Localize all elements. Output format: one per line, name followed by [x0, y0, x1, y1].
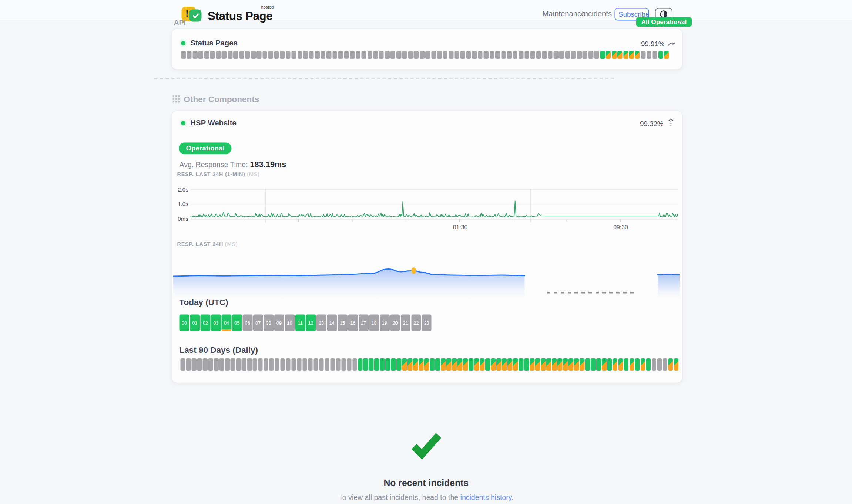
- uptime-bar-deg[interactable]: [480, 358, 484, 371]
- uptime-bar-op[interactable]: [380, 358, 385, 371]
- hour-block-22[interactable]: 22: [411, 315, 421, 331]
- uptime-bar-na[interactable]: [308, 358, 313, 371]
- uptime-bar-na[interactable]: [309, 51, 314, 59]
- uptime-bar-deg[interactable]: [496, 358, 501, 371]
- uptime-bar-deg[interactable]: [413, 358, 418, 371]
- uptime-bar-deg[interactable]: [419, 358, 423, 371]
- uptime-bar-op[interactable]: [524, 358, 529, 371]
- uptime-bar-na[interactable]: [454, 51, 459, 59]
- uptime-bar-na[interactable]: [313, 358, 318, 371]
- uptime-bar-na[interactable]: [350, 51, 355, 59]
- uptime-bar-na[interactable]: [347, 358, 352, 371]
- uptime-bar-na[interactable]: [449, 51, 453, 59]
- uptime-bar-na[interactable]: [653, 51, 657, 59]
- uptime-bar-na[interactable]: [191, 358, 196, 371]
- uptime-bar-na[interactable]: [490, 51, 494, 59]
- uptime-bar-na[interactable]: [367, 51, 372, 59]
- uptime-bar-na[interactable]: [414, 51, 419, 59]
- uptime-bar-na[interactable]: [460, 51, 465, 59]
- uptime-bar-deg[interactable]: [602, 358, 607, 371]
- uptime-bar-na[interactable]: [594, 51, 599, 59]
- uptime-bar-na[interactable]: [264, 358, 268, 371]
- uptime-bar-na[interactable]: [275, 358, 279, 371]
- uptime-bar-op[interactable]: [386, 358, 390, 371]
- incidents-history-link[interactable]: incidents history: [460, 493, 511, 502]
- uptime-bar-na[interactable]: [396, 51, 401, 59]
- uptime-bar-deg[interactable]: [557, 358, 562, 371]
- uptime-bar-deg[interactable]: [463, 358, 468, 371]
- uptime-bar-na[interactable]: [216, 51, 221, 59]
- uptime-bar-na[interactable]: [641, 51, 645, 59]
- uptime-bar-na[interactable]: [663, 358, 667, 371]
- uptime-bar-deg[interactable]: [491, 358, 496, 371]
- uptime-bar-na[interactable]: [292, 51, 296, 59]
- uptime-bar-na[interactable]: [542, 51, 547, 59]
- uptime-bar-deg[interactable]: [424, 358, 429, 371]
- uptime-bar-na[interactable]: [280, 51, 285, 59]
- uptime-bar-na[interactable]: [262, 51, 267, 59]
- uptime-bar-na[interactable]: [352, 358, 357, 371]
- uptime-bar-na[interactable]: [252, 358, 257, 371]
- uptime-bar-na[interactable]: [291, 358, 296, 371]
- uptime-bar-deg[interactable]: [546, 358, 551, 371]
- logo[interactable]: ! Status Page hosted: [182, 6, 273, 24]
- uptime-bar-na[interactable]: [225, 358, 229, 371]
- uptime-bar-na[interactable]: [519, 51, 523, 59]
- hour-block-07[interactable]: 07: [253, 315, 263, 331]
- uptime-bar-na[interactable]: [330, 358, 335, 371]
- uptime-bar-na[interactable]: [198, 51, 203, 59]
- uptime-bar-deg[interactable]: [402, 358, 407, 371]
- uptime-bar-deg[interactable]: [408, 358, 413, 371]
- uptime-bar-na[interactable]: [548, 51, 553, 59]
- hour-block-03[interactable]: 03: [211, 315, 221, 331]
- uptime-bar-op[interactable]: [363, 358, 368, 371]
- uptime-bar-na[interactable]: [286, 51, 291, 59]
- uptime-bar-na[interactable]: [559, 51, 564, 59]
- uptime-bar-na[interactable]: [230, 358, 235, 371]
- uptime-bar-na[interactable]: [181, 51, 186, 59]
- uptime-bar-op[interactable]: [485, 358, 490, 371]
- hour-block-13[interactable]: 13: [316, 315, 326, 331]
- hour-block-12[interactable]: 12: [306, 315, 316, 331]
- uptime-bar-deg[interactable]: [664, 51, 669, 59]
- uptime-bar-op[interactable]: [585, 358, 590, 371]
- uptime-bar-op[interactable]: [469, 358, 473, 371]
- uptime-bar-na[interactable]: [362, 51, 366, 59]
- hour-block-08[interactable]: 08: [264, 315, 274, 331]
- uptime-bar-na[interactable]: [431, 51, 436, 59]
- uptime-bar-na[interactable]: [326, 51, 331, 59]
- uptime-bar-na[interactable]: [302, 358, 307, 371]
- hour-block-02[interactable]: 02: [200, 315, 210, 331]
- uptime-bar-deg[interactable]: [530, 358, 534, 371]
- uptime-bar-op[interactable]: [435, 358, 440, 371]
- uptime-bar-op[interactable]: [591, 358, 596, 371]
- uptime-bar-na[interactable]: [443, 51, 448, 59]
- uptime-bar-na[interactable]: [192, 51, 197, 59]
- uptime-bar-na[interactable]: [472, 51, 477, 59]
- uptime-bar-na[interactable]: [577, 51, 581, 59]
- uptime-bar-deg[interactable]: [474, 358, 479, 371]
- uptime-bar-na[interactable]: [652, 358, 657, 371]
- uptime-bar-deg[interactable]: [613, 358, 618, 371]
- uptime-bar-na[interactable]: [236, 358, 241, 371]
- uptime-bar-deg[interactable]: [457, 358, 462, 371]
- uptime-bar-op[interactable]: [607, 358, 612, 371]
- uptime-bar-deg[interactable]: [568, 358, 573, 371]
- uptime-bar-na[interactable]: [181, 358, 185, 371]
- uptime-bar-na[interactable]: [186, 358, 191, 371]
- uptime-bar-na[interactable]: [315, 51, 320, 59]
- hour-block-10[interactable]: 10: [285, 315, 295, 331]
- uptime-bar-deg[interactable]: [452, 358, 457, 371]
- uptime-bar-op[interactable]: [375, 358, 379, 371]
- uptime-bar-na[interactable]: [303, 51, 308, 59]
- uptime-bar-na[interactable]: [426, 51, 430, 59]
- uptime-bar-deg[interactable]: [623, 51, 628, 59]
- uptime-bar-na[interactable]: [269, 358, 274, 371]
- uptime-bar-na[interactable]: [341, 358, 346, 371]
- uptime-bar-na[interactable]: [507, 51, 512, 59]
- uptime-bar-na[interactable]: [583, 51, 587, 59]
- uptime-bar-deg[interactable]: [618, 358, 623, 371]
- hour-block-15[interactable]: 15: [338, 315, 348, 331]
- uptime-bar-deg[interactable]: [563, 358, 568, 371]
- uptime-bar-op[interactable]: [600, 51, 605, 59]
